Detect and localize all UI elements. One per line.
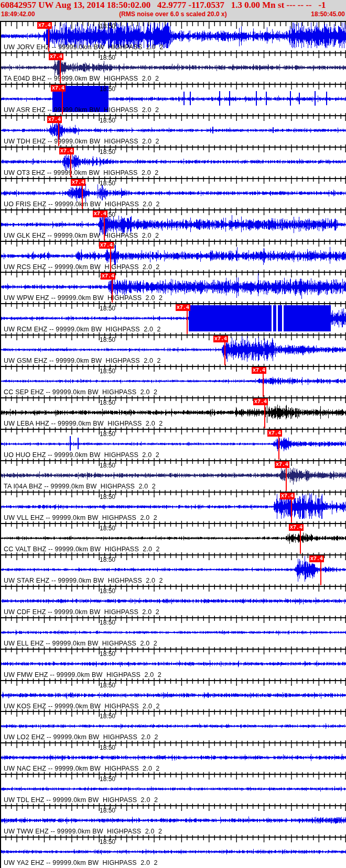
time-tick-label: 18:50 [100, 305, 115, 312]
station-label: UW ELL EHZ -- 99999.0km BW HIGHPASS 2.0 … [4, 640, 157, 647]
time-tick-label: 18:50 [100, 368, 115, 375]
pick-scale-flag[interactable]: x7.4 [252, 367, 266, 374]
trace-row-8[interactable]: 18:50 x7.4 UW WPW EHZ -- 99999.0km BW HI… [0, 272, 346, 303]
time-tick-label: 18:50 [100, 838, 115, 845]
station-label: UW TWW EHZ -- 99999.0km BW HIGHPASS 2.0 … [4, 828, 162, 835]
pick-scale-flag[interactable]: x7.4 [101, 273, 115, 280]
trace-row-2[interactable]: 18:50 x7.4 UW ASR EHZ -- 99999.0km BW HI… [0, 84, 346, 115]
trace-row-1[interactable]: 18:50 x7.4 TA E04D BHZ -- 99999.0km BW H… [0, 52, 346, 84]
seismic-waveform-viewer: 60842957 UW Aug 13, 2014 18:50:02.00 42.… [0, 0, 346, 868]
time-tick-label: 18:50 [100, 336, 115, 343]
trace-row-22[interactable]: 18:50 UW LO2 EHZ -- 99999.0km BW HIGHPAS… [0, 711, 346, 742]
trace-row-17[interactable]: 18:50 x7.4 UW STAR EHZ -- 99999.0km BW H… [0, 554, 346, 586]
trace-row-12[interactable]: 18:50 x7.4 UW LEBA HHZ -- 99999.0km BW H… [0, 397, 346, 429]
station-label: UW JORV EHZ -- 99999.0km BW HIGHPASS 2.0… [4, 43, 163, 51]
time-tick-label: 18:50 [100, 23, 115, 30]
station-label: UO HUO EHZ -- 99999.0km BW HIGHPASS 2.0 … [4, 451, 159, 459]
trace-row-4[interactable]: 18:50 x7.4 UW OT3 EHZ -- 99999.0km BW HI… [0, 147, 346, 178]
window-end-time: 18:50:45.00 [311, 10, 345, 18]
time-tick-label: 18:50 [100, 117, 115, 124]
trace-row-19[interactable]: 18:50 UW ELL EHZ -- 99999.0km BW HIGHPAS… [0, 617, 346, 649]
station-label: UW RCM EHZ -- 99999.0km BW HIGHPASS 2.0 … [4, 326, 161, 333]
station-label: TA I04A BHZ -- 99999.0km BW HIGHPASS 2.0… [4, 483, 156, 490]
time-tick-label: 18:50 [100, 430, 115, 438]
event-header: 60842957 UW Aug 13, 2014 18:50:02.00 42.… [0, 0, 346, 21]
noise-scaling-note: (RMS noise over 6.0 s scaled 20.0 x) [119, 10, 226, 18]
station-label: UW LEBA HHZ -- 99999.0km BW HIGHPASS 2.0… [4, 420, 163, 427]
station-label: UW TDL EHZ -- 99999.0km BW HIGHPASS 2.0 … [4, 796, 158, 804]
trace-row-25[interactable]: 18:50 UW TWW EHZ -- 99999.0km BW HIGHPAS… [0, 805, 346, 837]
pick-scale-flag[interactable]: x7.4 [309, 555, 324, 562]
trace-row-5[interactable]: 18:50 x7.4 UO FRIS EHZ -- 99999.0km BW H… [0, 178, 346, 209]
station-label: CC SEP EHZ -- 99999.0km BW HIGHPASS 2.0 … [4, 388, 157, 396]
time-tick-label: 18:50 [100, 556, 115, 563]
pick-scale-flag[interactable]: x7.4 [93, 210, 107, 217]
pick-scale-flag[interactable]: x7.4 [37, 22, 52, 29]
station-label: UW GLK EHZ -- 99999.0km BW HIGHPASS 2.0 … [4, 232, 159, 239]
trace-row-6[interactable]: 18:50 x7.4 UW GLK EHZ -- 99999.0km BW HI… [0, 209, 346, 241]
time-tick-label: 18:50 [100, 54, 115, 61]
time-tick-label: 18:50 [100, 399, 115, 406]
station-label: UW WPW EHZ -- 99999.0km BW HIGHPASS 2.0 … [4, 294, 163, 302]
event-summary-line: 60842957 UW Aug 13, 2014 18:50:02.00 42.… [1, 0, 346, 10]
pick-scale-flag[interactable]: x7.4 [280, 493, 295, 499]
station-label: CC VALT BHZ -- 99999.0km BW HIGHPASS 2.0… [4, 546, 160, 553]
trace-row-0[interactable]: 18:50 x7.4 UW JORV EHZ -- 99999.0km BW H… [0, 21, 346, 52]
pick-scale-flag[interactable]: x7.4 [59, 148, 74, 154]
trace-row-10[interactable]: 18:50 x7.4 UW GSM EHZ -- 99999.0km BW HI… [0, 335, 346, 366]
trace-row-13[interactable]: 18:50 x7.4 UO HUO EHZ -- 99999.0km BW HI… [0, 429, 346, 460]
station-label: UW CDF EHZ -- 99999.0km BW HIGHPASS 2.0 … [4, 608, 159, 616]
station-label: UW YA2 EHZ -- 99999.0km BW HIGHPASS 2.0 … [4, 859, 158, 866]
time-tick-label: 18:50 [100, 650, 115, 658]
time-tick-label: 18:50 [100, 493, 115, 500]
trace-row-15[interactable]: 18:50 x7.4 UW VLL EHZ -- 99999.0km BW HI… [0, 492, 346, 523]
trace-row-18[interactable]: 18:50 UW CDF EHZ -- 99999.0km BW HIGHPAS… [0, 586, 346, 617]
trace-plot-area[interactable]: 18:50 x7.4 UW JORV EHZ -- 99999.0km BW H… [0, 21, 346, 868]
time-tick-label: 18:50 [100, 807, 115, 814]
station-label: UW ASR EHZ -- 99999.0km BW HIGHPASS 2.0 … [4, 106, 159, 114]
trace-row-11[interactable]: 18:50 x7.4 CC SEP EHZ -- 99999.0km BW HI… [0, 366, 346, 397]
time-tick-label: 18:50 [100, 619, 115, 626]
pick-scale-flag[interactable]: x7.4 [49, 53, 63, 60]
time-window-bar: 18:49:42.00 (RMS noise over 6.0 s scaled… [1, 10, 345, 18]
time-tick-label: 18:50 [100, 148, 115, 155]
time-tick-label: 18:50 [100, 713, 115, 720]
pick-scale-flag[interactable]: x7.4 [275, 461, 289, 468]
pick-scale-flag[interactable]: x7.4 [267, 430, 282, 437]
station-label: TA E04D BHZ -- 99999.0km BW HIGHPASS 2.0… [4, 75, 159, 82]
pick-scale-flag[interactable]: x7.4 [51, 85, 66, 92]
trace-row-21[interactable]: 18:50 UW KOS EHZ -- 99999.0km BW HIGHPAS… [0, 680, 346, 711]
trace-row-26[interactable]: 18:50 UW YA2 EHZ -- 99999.0km BW HIGHPAS… [0, 837, 346, 868]
pick-scale-flag[interactable]: x7.4 [253, 398, 268, 405]
station-label: UW GSM EHZ -- 99999.0km BW HIGHPASS 2.0 … [4, 357, 161, 364]
window-start-time: 18:49:42.00 [1, 10, 35, 18]
trace-row-24[interactable]: 18:50 UW TDL EHZ -- 99999.0km BW HIGHPAS… [0, 774, 346, 805]
time-tick-label: 18:50 [100, 525, 115, 532]
time-tick-label: 18:50 [100, 682, 115, 689]
station-label: UW RCS EHZ -- 99999.0km BW HIGHPASS 2.0 … [4, 263, 160, 271]
time-tick-label: 18:50 [100, 462, 115, 469]
station-label: UW OT3 EHZ -- 99999.0km BW HIGHPASS 2.0 … [4, 169, 158, 176]
trace-row-9[interactable]: 18:50 x7.4 UW RCM EHZ -- 99999.0km BW HI… [0, 303, 346, 335]
trace-row-3[interactable]: 18:50 x7.4 UW TDH EHZ -- 99999.0km BW HI… [0, 115, 346, 147]
pick-scale-flag[interactable]: x7.4 [99, 242, 114, 249]
pick-scale-flag[interactable]: x7.4 [213, 336, 228, 342]
trace-row-23[interactable]: 18:50 UW NAC EHZ -- 99999.0km BW HIGHPAS… [0, 742, 346, 774]
trace-row-7[interactable]: 18:50 x7.4 UW RCS EHZ -- 99999.0km BW HI… [0, 241, 346, 272]
trace-row-16[interactable]: 18:50 x7.4 CC VALT BHZ -- 99999.0km BW H… [0, 523, 346, 554]
time-tick-label: 18:50 [100, 775, 115, 783]
pick-scale-flag[interactable]: x7.4 [71, 179, 85, 186]
pick-scale-flag[interactable]: x7.4 [47, 116, 62, 123]
station-label: UW FMW EHZ -- 99999.0km BW HIGHPASS 2.0 … [4, 671, 161, 678]
pick-scale-flag[interactable]: x7.4 [289, 524, 304, 531]
trace-row-20[interactable]: 18:50 UW FMW EHZ -- 99999.0km BW HIGHPAS… [0, 649, 346, 680]
trace-row-14[interactable]: 18:50 x7.4 TA I04A BHZ -- 99999.0km BW H… [0, 460, 346, 492]
station-label: UW TDH EHZ -- 99999.0km BW HIGHPASS 2.0 … [4, 138, 159, 145]
station-label: UW STAR EHZ -- 99999.0km BW HIGHPASS 2.0… [4, 577, 163, 584]
time-tick-label: 18:50 [100, 85, 115, 93]
pick-scale-flag[interactable]: x7.4 [176, 304, 190, 311]
station-label: UW NAC EHZ -- 99999.0km BW HIGHPASS 2.0 … [4, 765, 160, 772]
time-tick-label: 18:50 [100, 744, 115, 751]
station-label: UW LO2 EHZ -- 99999.0km BW HIGHPASS 2.0 … [4, 733, 158, 741]
trace-rows: 18:50 x7.4 UW JORV EHZ -- 99999.0km BW H… [0, 21, 346, 868]
